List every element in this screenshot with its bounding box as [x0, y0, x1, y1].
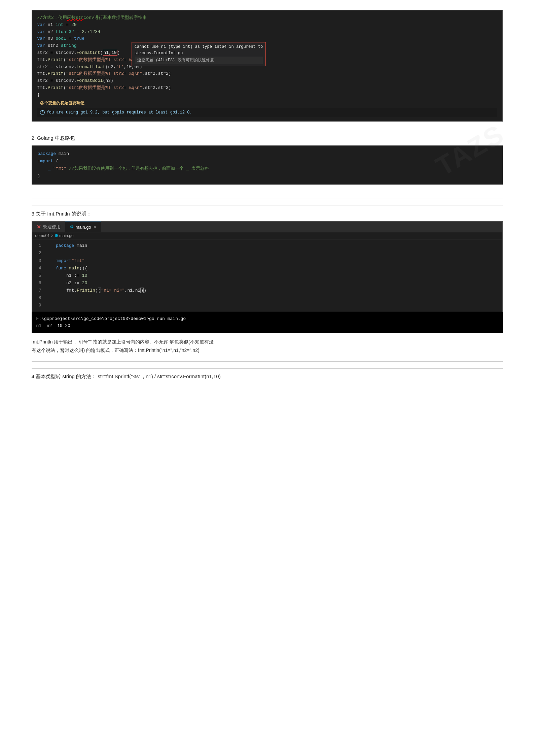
printf-3: fmt. — [37, 85, 48, 90]
type-float32: float32 — [56, 29, 74, 34]
info-text: You are using go1.9.2, but gopls require… — [47, 109, 192, 116]
char-f: 'f' — [116, 64, 124, 69]
terminal-block: F:\goproeject\src\go_code\project03\demo… — [32, 312, 503, 333]
num-10: 10 — [82, 273, 87, 278]
code-line-2: var n2 float32 = 2.71234 — [37, 29, 497, 36]
code-line-7: str2 = strconv.FormatFloat(n2,'f',10,64) — [37, 64, 497, 71]
code-line-brace: } — [37, 92, 497, 99]
equals-1: = — [66, 22, 71, 27]
vscode-window: ✕ 欢迎使用 ⚙ main.go ✕ demo01 > ⚙ main.go 1 — [32, 221, 503, 312]
main-name: main — [59, 151, 69, 156]
code-line-comment: //方式2：使用函数strconv进行基本数据类型转字符串 — [37, 14, 497, 22]
error-line1: cannot use n1 (type int) as type int64 i… — [135, 44, 263, 50]
str2-assign1: str2 = strconv. — [37, 50, 77, 55]
error-line2: strconv.FormatInt go — [135, 50, 263, 57]
func-formatbool: FormatBool — [77, 78, 103, 83]
description-text: fmt.Println 用于输出， 引号"" 指的就是加上引号内的内容。不允许 … — [32, 338, 503, 355]
info-icon: i — [40, 110, 45, 115]
cl-9 — [45, 302, 496, 309]
ln-1: 1 — [32, 242, 41, 250]
cl-7: fmt.Println(("n1= n2=",n1,n2)) — [45, 287, 496, 294]
tab-active-label: main.go — [76, 225, 91, 230]
s2-line1: package main — [38, 150, 497, 158]
type-string: string — [61, 43, 77, 48]
section2-title: 2. Golang 中忽略包 — [32, 135, 503, 141]
keyword-var3: var — [37, 36, 45, 41]
vscode-tabs: ✕ 欢迎使用 ⚙ main.go ✕ — [32, 222, 502, 232]
error-arg: n1,10 — [103, 50, 117, 56]
tab-welcome-label: 欢迎使用 — [43, 224, 61, 230]
blank-identifier: _ — [48, 166, 51, 171]
terminal-line1: F:\goproeject\src\go_code\project03\demo… — [36, 316, 498, 323]
str-n1n2: "n1= n2=" — [101, 288, 124, 293]
type-int: int — [56, 22, 63, 27]
import-fmt: "fmt" — [72, 258, 85, 263]
cl-3: import"fmt" — [45, 257, 496, 265]
str2-assign3: str2 = strconv. — [37, 78, 77, 83]
section3: 3.关于 fmt.Println 的说明： ✕ 欢迎使用 ⚙ main.go ✕… — [32, 205, 503, 333]
equals-2: = — [77, 29, 79, 34]
tab-welcome-icon: ✕ — [37, 224, 41, 230]
num-20: 20 — [71, 22, 77, 27]
val-true: true — [74, 36, 84, 41]
code-line-10: fmt.Printf("str1的数据类型是%T str2= %q\n",str… — [37, 85, 497, 92]
section2: 2. Golang 中忽略包 package main import ( _ "… — [32, 135, 503, 185]
func-formatint: FormatInt — [77, 50, 100, 55]
editor-code-block: //方式2：使用函数strconv进行基本数据类型转字符串 var n1 int… — [32, 10, 503, 122]
section2-code: package main import ( _ "fmt" //如果我们没有使用… — [32, 145, 503, 185]
cl-2 — [45, 250, 496, 257]
cl-4: func main(){ — [45, 265, 496, 272]
line-numbers: 1 2 3 4 5 6 7 8 9 — [32, 242, 45, 309]
info-bar: i You are using go1.9.2, but gopls requi… — [37, 108, 497, 117]
func-println: Println — [77, 288, 95, 293]
cl-8 — [45, 294, 496, 302]
code-line-5: str2 = strconv.FormatInt(n1,10) — [37, 50, 497, 57]
bracket-open: ( — [98, 288, 101, 293]
printf-2: fmt. — [37, 71, 48, 76]
divider1 — [32, 198, 503, 198]
terminal-line2: n1= n2= 10 20 — [36, 323, 498, 330]
tab-welcome[interactable]: ✕ 欢迎使用 — [32, 222, 65, 232]
error-area: var n2 float32 = 2.71234 cannot use n1 (… — [37, 29, 497, 36]
keyword-var2: var — [37, 29, 45, 34]
cl-1: package main — [45, 242, 496, 250]
ln-4: 4 — [32, 265, 41, 272]
warning-bar: 各个变量的初始值要熟记 — [37, 99, 497, 108]
breadcrumb: demo01 > ⚙ main.go — [32, 232, 502, 239]
s2-line2: import ( — [38, 158, 497, 165]
tab-maingo[interactable]: ⚙ main.go ✕ — [65, 222, 101, 232]
func-printf3: Printf — [48, 85, 64, 90]
error-tooltip: cannot use n1 (type int) as type int64 i… — [132, 42, 266, 66]
num-20-2: 20 — [82, 281, 87, 286]
func-printf2: Printf — [48, 71, 64, 76]
func-main: main — [69, 266, 79, 271]
str-printf1: "str1的数据类型是%T str2= %q\n" — [66, 57, 142, 62]
divider2 — [32, 361, 503, 362]
equals-3: = — [69, 36, 74, 41]
code-line-8: fmt.Printf("str1的数据类型是%T str2= %q\n",str… — [37, 70, 497, 77]
keyword-var1: var — [37, 22, 45, 27]
code-line-3: var n3 bool = true — [37, 35, 497, 42]
desc-line1: fmt.Println 用于输出， 引号"" 指的就是加上引号内的内容。不允许 … — [32, 338, 503, 346]
code-line-6: fmt.Printf("str1的数据类型是%T str2= %q\n",str… — [37, 57, 497, 64]
kw-func: func — [56, 266, 66, 271]
s2-line4: ) — [38, 172, 497, 180]
num-float: 2.71234 — [82, 29, 100, 34]
ln-2: 2 — [32, 250, 41, 257]
type-bool: bool — [56, 36, 66, 41]
cl-6: n2 := 20 — [45, 280, 496, 287]
breadcrumb-file: main.go — [59, 233, 74, 238]
code-line-9: str2 = strconv.FormatBool(n3) — [37, 77, 497, 85]
var-n3: n3 — [48, 36, 56, 41]
ln-9: 9 — [32, 302, 41, 309]
desc-line2: 有这个说法，暂时这么叫) 的输出模式，正确写法：fmt.Println("n1=… — [32, 346, 503, 355]
main-1: main — [77, 243, 87, 248]
str-printf3: "str1的数据类型是%T str2= %q\n" — [66, 85, 142, 90]
s2-line3: _ "fmt" //如果我们没有使用到一个包，但是有想去掉，前面加一个 _ 表示… — [38, 165, 497, 172]
section4: 4.基本类型转 string 的方法： str=fmt.Sprintf("%v"… — [32, 368, 503, 380]
kw-import: import — [38, 159, 54, 164]
section3-title: 3.关于 fmt.Println 的说明： — [32, 211, 503, 217]
str-printf2: "str1的数据类型是%T str2= %q\n" — [66, 71, 142, 76]
tab-close-btn[interactable]: ✕ — [93, 225, 96, 229]
warning-text: 各个变量的初始值要熟记 — [40, 101, 84, 106]
